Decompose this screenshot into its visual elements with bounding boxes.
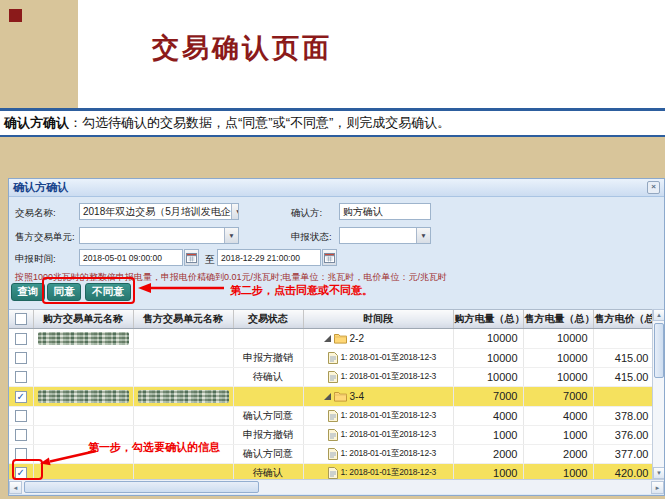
cell-buyer xyxy=(33,406,133,425)
scroll-left-icon[interactable]: ◄ xyxy=(9,481,22,494)
document-icon xyxy=(328,352,338,364)
row-checkbox[interactable] xyxy=(15,333,27,345)
cell-checkbox: ✓ xyxy=(9,386,33,406)
time-to-value: 2018-12-29 21:00:00 xyxy=(221,253,300,263)
cell-sell-qty: 4000 xyxy=(523,406,593,425)
cell-sell-qty: 10000 xyxy=(523,328,593,348)
cell-status: 申报方撤销 xyxy=(233,425,303,444)
horizontal-scrollbar[interactable]: ◄ ► xyxy=(9,479,664,494)
dropdown-arrow-icon[interactable]: ▼ xyxy=(224,228,238,243)
corner-accent xyxy=(9,9,22,22)
trade-name-value: 2018年双边交易（5月培训发电企 xyxy=(83,205,231,219)
cell-period: 1: 2018-01-01至2018-12-3 xyxy=(303,348,453,367)
cell-seller xyxy=(133,406,233,425)
instruction-lead: 确认方确认 xyxy=(4,114,69,132)
cell-buy-qty: 4000 xyxy=(453,406,523,425)
cell-period: 2-2 xyxy=(303,328,453,348)
redacted-name xyxy=(38,332,129,345)
declare-status-select[interactable]: ▼ xyxy=(339,227,431,244)
cell-checkbox xyxy=(9,367,33,386)
document-icon xyxy=(328,448,338,460)
calendar-button[interactable] xyxy=(322,249,337,266)
page-title: 交易确认页面 xyxy=(152,30,332,66)
cell-buyer xyxy=(33,328,133,348)
period-text: 1: 2018-01-01至2018-12-3 xyxy=(341,352,437,364)
table-row[interactable]: 2-2 10000 10000 xyxy=(9,328,654,348)
row-checkbox[interactable] xyxy=(15,352,27,364)
cell-seller xyxy=(133,348,233,367)
vertical-scrollbar[interactable]: ▲ ▼ xyxy=(652,309,664,479)
period-text: 1: 2018-01-01至2018-12-3 xyxy=(341,467,437,479)
table-row[interactable]: 待确认 1: 2018-01-01至2018-12-3 10000 10000 … xyxy=(9,367,654,386)
period-text: 1: 2018-01-01至2018-12-3 xyxy=(341,410,437,422)
cell-sell-qty: 2000 xyxy=(523,444,593,463)
vertical-scroll-thumb[interactable] xyxy=(654,323,664,378)
confirmer-field[interactable]: 购方确认 xyxy=(339,203,431,220)
horizontal-scroll-thumb[interactable] xyxy=(24,481,259,493)
window-title: 确认方确认 xyxy=(13,180,68,195)
period-text: 1: 2018-01-01至2018-12-3 xyxy=(341,429,437,441)
row-checkbox[interactable] xyxy=(15,410,27,422)
col-header-period[interactable]: 时间段 xyxy=(303,310,453,328)
scroll-down-icon[interactable]: ▼ xyxy=(653,467,665,479)
instruction-banner: 确认方确认：勾选待确认的交易数据，点“同意”或“不同意”，则完成交易确认。 xyxy=(0,108,665,137)
query-button[interactable]: 查询 xyxy=(11,283,45,301)
scroll-up-icon[interactable]: ▲ xyxy=(653,309,665,321)
cell-buy-qty: 10000 xyxy=(453,328,523,348)
redacted-name xyxy=(38,390,129,403)
col-header-select[interactable] xyxy=(9,310,33,328)
confirmer-value: 购方确认 xyxy=(343,205,383,219)
cell-buyer xyxy=(33,386,133,406)
time-from-field[interactable]: 2018-05-01 09:00:00 xyxy=(79,249,183,266)
period-text: 1: 2018-01-01至2018-12-3 xyxy=(341,371,437,383)
seller-unit-select[interactable]: ▼ xyxy=(79,227,239,244)
declare-time-label: 申报时间: xyxy=(15,253,56,266)
cell-status: 确认方同意 xyxy=(233,444,303,463)
row-checkbox[interactable] xyxy=(15,429,27,441)
cell-price: 377.00 xyxy=(593,444,654,463)
col-header-buyer[interactable]: 购方交易单元名称 xyxy=(33,310,133,328)
cell-status: 申报方撤销 xyxy=(233,348,303,367)
slide-canvas: 交易确认页面 确认方确认：勾选待确认的交易数据，点“同意”或“不同意”，则完成交… xyxy=(0,0,665,499)
col-header-price[interactable]: 售方电价（总） xyxy=(593,310,654,328)
cell-seller xyxy=(133,386,233,406)
buttons-highlight-rect xyxy=(42,277,135,304)
cell-price xyxy=(593,386,654,406)
row-checkbox[interactable]: ✓ xyxy=(15,391,27,403)
calendar-button[interactable] xyxy=(184,249,199,266)
tree-expander-icon[interactable] xyxy=(324,393,331,400)
select-all-checkbox[interactable] xyxy=(15,313,27,325)
table-row[interactable]: 申报方撤销 1: 2018-01-01至2018-12-3 10000 1000… xyxy=(9,348,654,367)
row-checkbox[interactable] xyxy=(15,371,27,383)
dropdown-arrow-icon[interactable]: ▼ xyxy=(231,204,239,219)
cell-status xyxy=(233,328,303,348)
scroll-right-icon[interactable]: ► xyxy=(651,481,664,494)
cell-price: 415.00 xyxy=(593,348,654,367)
cell-status xyxy=(233,386,303,406)
col-header-buy-qty[interactable]: 购方电量（总） xyxy=(453,310,523,328)
trade-name-select[interactable]: 2018年双边交易（5月培训发电企 ▼ xyxy=(79,203,239,220)
cell-buy-qty: 1000 xyxy=(453,425,523,444)
col-header-status[interactable]: 交易状态 xyxy=(233,310,303,328)
tree-node-label: 2-2 xyxy=(350,333,364,344)
cell-period: 1: 2018-01-01至2018-12-3 xyxy=(303,425,453,444)
dropdown-arrow-icon[interactable]: ▼ xyxy=(416,228,430,243)
time-to-field[interactable]: 2018-12-29 21:00:00 xyxy=(217,249,321,266)
tree-expander-icon[interactable] xyxy=(324,335,331,342)
col-header-sell-qty[interactable]: 售方电量（总） xyxy=(523,310,593,328)
cell-buy-qty: 10000 xyxy=(453,348,523,367)
cell-buy-qty: 10000 xyxy=(453,367,523,386)
close-button[interactable]: × xyxy=(647,181,660,194)
cell-seller xyxy=(133,367,233,386)
cell-period: 1: 2018-01-01至2018-12-3 xyxy=(303,406,453,425)
close-icon: × xyxy=(651,182,656,191)
time-from-value: 2018-05-01 09:00:00 xyxy=(83,253,162,263)
redacted-name xyxy=(138,390,229,403)
table-row[interactable]: ✓ 3-4 7000 7000 xyxy=(9,386,654,406)
cell-period: 1: 2018-01-01至2018-12-3 xyxy=(303,444,453,463)
table-row[interactable]: 确认方同意 1: 2018-01-01至2018-12-3 4000 4000 … xyxy=(9,406,654,425)
cell-checkbox xyxy=(9,328,33,348)
col-header-seller[interactable]: 售方交易单元名称 xyxy=(133,310,233,328)
tree-node-label: 3-4 xyxy=(350,391,364,402)
cell-sell-qty: 7000 xyxy=(523,386,593,406)
